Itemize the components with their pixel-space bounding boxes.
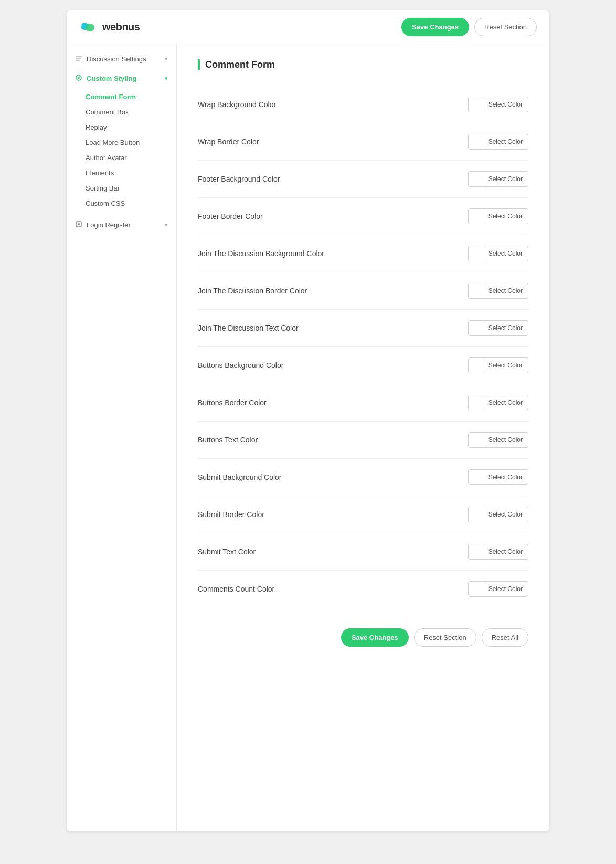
svg-rect-0: [76, 56, 82, 57]
color-select-text-join-discussion-border-color: Select Color: [483, 285, 528, 297]
sidebar-sub-sorting-bar[interactable]: Sorting Bar: [86, 181, 176, 196]
color-picker-btn-buttons-border-color[interactable]: Select Color: [468, 395, 528, 410]
color-swatch-comments-count-color: [469, 582, 483, 596]
color-select-text-footer-border-color: Select Color: [483, 210, 528, 223]
color-row-join-discussion-border-color: Join The Discussion Border Color Select …: [198, 272, 528, 310]
color-select-text-buttons-bg-color: Select Color: [483, 359, 528, 372]
color-label-buttons-bg-color: Buttons Background Color: [198, 361, 283, 370]
color-row-join-discussion-text-color: Join The Discussion Text Color Select Co…: [198, 310, 528, 347]
color-picker-btn-comments-count-color[interactable]: Select Color: [468, 581, 528, 597]
logo-text: webnus: [102, 21, 140, 33]
color-row-footer-bg-color: Footer Background Color Select Color: [198, 161, 528, 198]
color-picker-btn-join-discussion-bg-color[interactable]: Select Color: [468, 246, 528, 261]
header-save-button[interactable]: Save Changes: [401, 18, 469, 36]
color-row-submit-border-color: Submit Border Color Select Color: [198, 496, 528, 533]
color-select-text-comments-count-color: Select Color: [483, 583, 528, 595]
color-label-comments-count-color: Comments Count Color: [198, 585, 274, 593]
sidebar-item-custom-styling[interactable]: Custom Styling ▾: [67, 69, 176, 88]
sidebar-label-custom-styling: Custom Styling: [87, 75, 136, 82]
color-picker-btn-submit-text-color[interactable]: Select Color: [468, 544, 528, 560]
logo-icon: [79, 20, 98, 35]
color-picker-btn-submit-border-color[interactable]: Select Color: [468, 507, 528, 522]
chevron-down-icon: ▾: [165, 56, 168, 62]
color-row-footer-border-color: Footer Border Color Select Color: [198, 198, 528, 235]
color-select-text-wrap-bg-color: Select Color: [483, 98, 528, 111]
title-bar-decoration: [198, 59, 200, 70]
color-label-join-discussion-border-color: Join The Discussion Border Color: [198, 287, 307, 295]
login-register-icon: [75, 220, 82, 229]
color-swatch-submit-border-color: [469, 507, 483, 522]
color-swatch-buttons-text-color: [469, 433, 483, 447]
sidebar-sub-elements[interactable]: Elements: [86, 165, 176, 181]
color-label-join-discussion-text-color: Join The Discussion Text Color: [198, 324, 299, 332]
header-reset-button[interactable]: Reset Section: [474, 18, 537, 36]
color-swatch-footer-bg-color: [469, 172, 483, 186]
sidebar-sub-comment-form[interactable]: Comment Form: [86, 89, 176, 104]
color-label-footer-bg-color: Footer Background Color: [198, 175, 280, 183]
footer-reset-section-button[interactable]: Reset Section: [414, 628, 476, 647]
color-picker-btn-wrap-border-color[interactable]: Select Color: [468, 134, 528, 150]
color-swatch-join-discussion-bg-color: [469, 246, 483, 261]
sidebar-sub-author-avatar[interactable]: Author Avatar: [86, 150, 176, 165]
color-picker-btn-footer-bg-color[interactable]: Select Color: [468, 171, 528, 187]
chevron-down-icon-2: ▾: [165, 222, 168, 228]
color-row-submit-text-color: Submit Text Color Select Color: [198, 533, 528, 571]
color-select-text-join-discussion-text-color: Select Color: [483, 322, 528, 334]
color-label-wrap-border-color: Wrap Border Color: [198, 138, 259, 146]
color-label-submit-bg-color: Submit Background Color: [198, 473, 282, 481]
color-row-buttons-bg-color: Buttons Background Color Select Color: [198, 347, 528, 384]
color-picker-btn-buttons-text-color[interactable]: Select Color: [468, 432, 528, 448]
color-picker-btn-footer-border-color[interactable]: Select Color: [468, 208, 528, 224]
color-label-buttons-text-color: Buttons Text Color: [198, 436, 258, 444]
sidebar-sub-replay[interactable]: Replay: [86, 120, 176, 135]
sidebar-section-discussion: Discussion Settings ▾: [67, 49, 176, 69]
bottom-actions: Save Changes Reset Section Reset All: [198, 613, 528, 647]
discussion-settings-icon: [75, 55, 82, 64]
sidebar-sub-load-more[interactable]: Load More Button: [86, 135, 176, 150]
color-swatch-buttons-border-color: [469, 395, 483, 410]
color-rows-container: Wrap Background Color Select Color Wrap …: [198, 86, 528, 607]
sidebar-item-login-register[interactable]: Login Register ▾: [67, 215, 176, 235]
color-picker-btn-wrap-bg-color[interactable]: Select Color: [468, 97, 528, 112]
color-row-wrap-border-color: Wrap Border Color Select Color: [198, 123, 528, 161]
footer-save-button[interactable]: Save Changes: [341, 628, 409, 647]
color-picker-btn-join-discussion-text-color[interactable]: Select Color: [468, 320, 528, 336]
color-picker-btn-submit-bg-color[interactable]: Select Color: [468, 469, 528, 485]
color-label-footer-border-color: Footer Border Color: [198, 212, 263, 220]
sidebar-section-custom-styling: Custom Styling ▾ Comment Form Comment Bo…: [67, 69, 176, 215]
color-row-wrap-bg-color: Wrap Background Color Select Color: [198, 86, 528, 123]
color-swatch-footer-border-color: [469, 209, 483, 224]
color-select-text-submit-text-color: Select Color: [483, 545, 528, 558]
color-row-comments-count-color: Comments Count Color Select Color: [198, 571, 528, 607]
color-select-text-buttons-border-color: Select Color: [483, 396, 528, 409]
color-row-submit-bg-color: Submit Background Color Select Color: [198, 459, 528, 496]
color-picker-btn-buttons-bg-color[interactable]: Select Color: [468, 357, 528, 373]
color-select-text-submit-bg-color: Select Color: [483, 471, 528, 483]
sidebar-label-discussion-settings: Discussion Settings: [87, 55, 146, 63]
color-row-buttons-text-color: Buttons Text Color Select Color: [198, 422, 528, 459]
color-select-text-join-discussion-bg-color: Select Color: [483, 247, 528, 260]
color-swatch-submit-bg-color: [469, 470, 483, 484]
sidebar-sub-custom-styling: Comment Form Comment Box Replay Load Mor…: [67, 88, 176, 215]
color-swatch-submit-text-color: [469, 544, 483, 559]
svg-rect-1: [76, 58, 81, 59]
color-swatch-wrap-bg-color: [469, 97, 483, 112]
footer-reset-all-button[interactable]: Reset All: [482, 628, 528, 647]
color-label-wrap-bg-color: Wrap Background Color: [198, 100, 276, 109]
color-select-text-buttons-text-color: Select Color: [483, 434, 528, 446]
header-actions: Save Changes Reset Section: [401, 18, 537, 36]
sidebar-item-discussion-settings[interactable]: Discussion Settings ▾: [67, 49, 176, 69]
color-select-text-wrap-border-color: Select Color: [483, 135, 528, 148]
color-swatch-join-discussion-border-color: [469, 283, 483, 298]
color-row-buttons-border-color: Buttons Border Color Select Color: [198, 384, 528, 422]
color-label-buttons-border-color: Buttons Border Color: [198, 398, 267, 407]
color-picker-btn-join-discussion-border-color[interactable]: Select Color: [468, 283, 528, 299]
chevron-up-icon: ▾: [165, 75, 168, 82]
sidebar-sub-custom-css[interactable]: Custom CSS: [86, 196, 176, 211]
main-content: Comment Form Wrap Background Color Selec…: [177, 44, 549, 831]
header: webnus Save Changes Reset Section: [67, 10, 549, 44]
color-swatch-buttons-bg-color: [469, 358, 483, 373]
sidebar: Discussion Settings ▾ Custom Styling ▾: [67, 44, 177, 831]
sidebar-sub-comment-box[interactable]: Comment Box: [86, 104, 176, 120]
section-title: Comment Form: [198, 59, 528, 70]
